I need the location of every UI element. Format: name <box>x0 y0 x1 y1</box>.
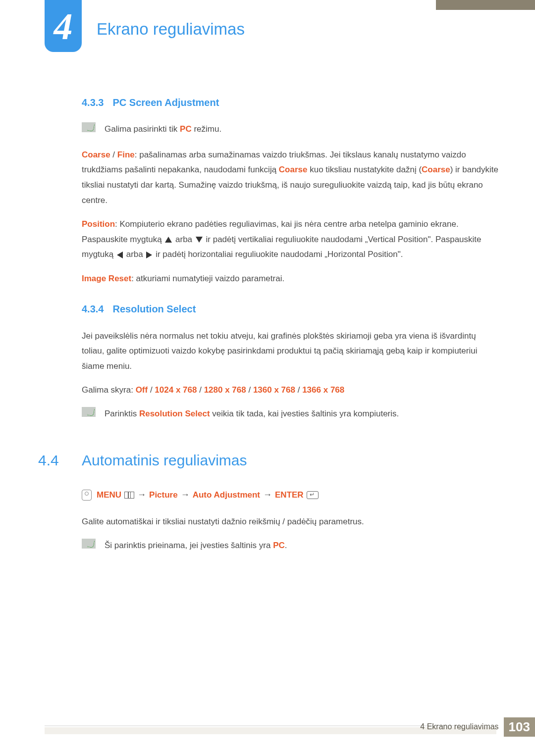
page-number: 103 <box>504 717 535 737</box>
triangle-left-icon <box>117 252 123 258</box>
para-resolution-intro: Jei paveikslėlis nėra normalus net tokiu… <box>82 329 500 374</box>
note-icon <box>82 407 96 417</box>
note-icon <box>82 122 96 132</box>
triangle-right-icon <box>146 252 152 258</box>
page-footer: 4 Ekrano reguliavimas 103 <box>45 718 535 735</box>
chapter-number: 4 <box>54 7 73 45</box>
heading-4-3-3: 4.3.3PC Screen Adjustment <box>82 97 500 108</box>
heading-4-3-4: 4.3.4Resolution Select <box>82 303 500 315</box>
para-image-reset: Image Reset: atkuriami numatytieji vaizd… <box>82 271 500 287</box>
note-icon <box>82 539 96 549</box>
heading-4-4: 4.4Automatinis reguliavimas <box>82 452 500 469</box>
footer-chapter-label: 4 Ekrano reguliavimas <box>420 722 498 731</box>
osd-icon <box>82 490 92 501</box>
para-position: Position: Kompiuterio ekrano padėties re… <box>82 217 500 262</box>
triangle-down-icon <box>196 237 203 243</box>
section-number: 4.4 <box>38 452 59 469</box>
note-pc-mode: Galima pasirinkti tik PC režimu. <box>82 122 500 137</box>
footer-rule <box>45 725 461 726</box>
menu-box-icon <box>124 492 134 499</box>
chapter-badge: 4 <box>45 0 82 52</box>
top-accent-bar <box>436 0 535 10</box>
note-text: Ši parinktis prieinama, jei įvesties šal… <box>105 539 287 553</box>
para-resolution-options: Galima skyra: Off / 1024 x 768 / 1280 x … <box>82 383 500 398</box>
note-text: Galima pasirinkti tik PC režimu. <box>105 122 221 137</box>
para-auto-adjust: Galite automatiškai ir tiksliai nustatyt… <box>82 514 500 530</box>
note-resolution: Parinktis Resolution Select veikia tik t… <box>82 407 500 421</box>
chapter-title: Ekrano reguliavimas <box>97 20 245 39</box>
menu-path: MENU → Picture → Auto Adjustment → ENTER <box>82 490 500 501</box>
triangle-up-icon <box>165 237 172 243</box>
note-text: Parinktis Resolution Select veikia tik t… <box>105 407 399 421</box>
enter-icon <box>307 491 319 499</box>
page-content: 4.3.3PC Screen Adjustment Galima pasirin… <box>82 94 500 563</box>
para-coarse-fine: Coarse / Fine: pašalinamas arba sumažina… <box>82 148 500 208</box>
note-auto-adjust: Ši parinktis prieinama, jei įvesties šal… <box>82 539 500 553</box>
